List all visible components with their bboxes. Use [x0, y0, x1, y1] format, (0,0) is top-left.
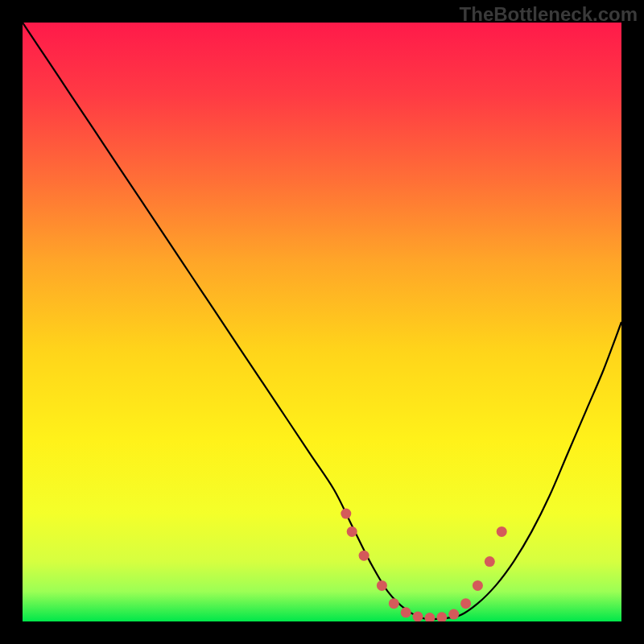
curve-marker	[389, 598, 399, 609]
curve-marker	[377, 580, 387, 591]
curve-marker	[413, 612, 423, 622]
chart-svg	[23, 23, 621, 621]
curve-marker	[460, 598, 471, 609]
curve-marker	[473, 580, 483, 591]
chart-container: TheBottleneck.com	[0, 0, 644, 644]
curve-marker	[347, 526, 357, 537]
curve-marker	[497, 526, 507, 537]
curve-marker	[401, 607, 411, 617]
plot-area	[23, 23, 621, 621]
curve-marker	[341, 509, 351, 519]
curve-marker	[448, 609, 459, 620]
curve-marker	[359, 551, 369, 561]
curve-marker	[485, 556, 495, 567]
